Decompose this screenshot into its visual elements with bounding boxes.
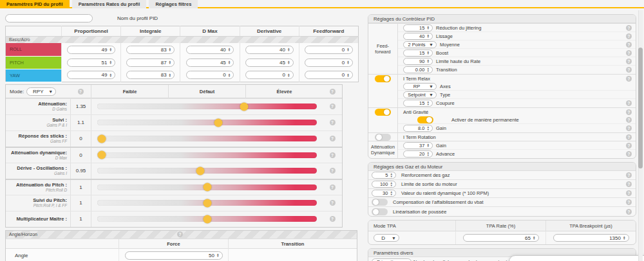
help-icon[interactable] xyxy=(626,151,632,157)
help-icon[interactable] xyxy=(330,89,336,94)
slider-knob[interactable] xyxy=(203,183,211,192)
profile-name-input[interactable] xyxy=(8,15,90,21)
help-icon[interactable] xyxy=(330,152,336,158)
slider-knob[interactable] xyxy=(203,199,211,207)
help-icon[interactable] xyxy=(626,209,632,215)
thrust-linear-toggle[interactable] xyxy=(372,208,388,215)
stepper-arrows-icon[interactable] xyxy=(228,60,231,64)
slider-knob[interactable] xyxy=(214,118,222,127)
help-icon[interactable] xyxy=(626,109,632,115)
stepper-arrows-icon[interactable] xyxy=(169,60,172,64)
ff-transition-stepper[interactable]: 0.00 xyxy=(403,66,433,73)
pitch-dmax-stepper[interactable]: 45 xyxy=(186,59,234,67)
roll-ff-stepper[interactable]: 0 xyxy=(305,46,353,54)
tab-rates-profile[interactable]: Paramètres Rates du profil xyxy=(72,0,146,8)
stepper-arrows-icon[interactable] xyxy=(426,101,430,105)
dynamic-idle-stepper[interactable]: 30 xyxy=(372,190,396,197)
stepper-arrows-icon[interactable] xyxy=(390,173,393,177)
slider-knob[interactable] xyxy=(97,151,106,159)
tpa-mode-select[interactable]: D xyxy=(374,234,399,242)
iterm-relax-type-select[interactable]: Setpoint xyxy=(403,91,437,98)
stepper-arrows-icon[interactable] xyxy=(426,26,430,30)
ff-boost-stepper[interactable]: 15 xyxy=(403,50,433,57)
help-icon[interactable] xyxy=(330,168,336,174)
stepper-arrows-icon[interactable] xyxy=(216,253,220,257)
dyn-damp-gain-stepper[interactable]: 37 xyxy=(403,142,433,149)
help-icon[interactable] xyxy=(330,184,336,190)
stepper-arrows-icon[interactable] xyxy=(287,60,290,64)
slider-knob[interactable] xyxy=(240,102,249,111)
throttle-boost-stepper[interactable]: 5 xyxy=(372,172,396,179)
stepper-arrows-icon[interactable] xyxy=(228,73,231,77)
help-icon[interactable] xyxy=(330,104,336,109)
help-icon[interactable] xyxy=(626,76,632,82)
help-icon[interactable] xyxy=(626,67,632,73)
yaw-ff-stepper[interactable]: 0 xyxy=(305,71,353,79)
slider-track[interactable] xyxy=(97,104,317,109)
scrollbar-track[interactable] xyxy=(638,10,643,261)
stepper-arrows-icon[interactable] xyxy=(109,48,112,51)
pitch-p-stepper[interactable]: 51 xyxy=(67,59,115,67)
iterm-rotation-toggle[interactable] xyxy=(375,134,391,141)
slider-track[interactable] xyxy=(97,184,317,190)
slider-track[interactable] xyxy=(97,120,317,125)
help-icon[interactable] xyxy=(626,199,632,205)
cell-count-select[interactable]: Désactiver xyxy=(372,258,412,261)
stepper-arrows-icon[interactable] xyxy=(346,48,350,51)
yaw-i-stepper[interactable]: 83 xyxy=(126,71,175,79)
ff-smoothing-stepper[interactable]: 40 xyxy=(403,33,433,40)
stepper-arrows-icon[interactable] xyxy=(109,60,112,64)
stepper-arrows-icon[interactable] xyxy=(169,73,172,77)
stepper-arrows-icon[interactable] xyxy=(533,236,536,240)
help-icon[interactable] xyxy=(626,134,632,140)
roll-i-stepper[interactable]: 83 xyxy=(126,46,175,54)
yaw-dmax-stepper[interactable]: 0 xyxy=(186,71,234,79)
ff-max-rate-stepper[interactable]: 90 xyxy=(403,58,433,65)
roll-p-stepper[interactable]: 49 xyxy=(67,46,115,54)
help-icon[interactable] xyxy=(78,89,84,94)
stepper-arrows-icon[interactable] xyxy=(228,48,231,51)
pitch-ff-stepper[interactable]: 0 xyxy=(305,59,353,67)
motor-output-limit-stepper[interactable]: 100 xyxy=(372,181,396,188)
stepper-arrows-icon[interactable] xyxy=(346,73,350,77)
stepper-arrows-icon[interactable] xyxy=(426,143,430,147)
slider-track[interactable] xyxy=(97,168,317,174)
stepper-arrows-icon[interactable] xyxy=(287,48,290,51)
roll-dmax-stepper[interactable]: 40 xyxy=(186,46,234,54)
help-icon[interactable] xyxy=(330,136,336,141)
slider-track[interactable] xyxy=(97,216,317,222)
help-icon[interactable] xyxy=(626,117,632,123)
stepper-arrows-icon[interactable] xyxy=(426,34,430,38)
scrollbar-thumb[interactable] xyxy=(638,48,643,168)
slider-knob[interactable] xyxy=(97,134,106,143)
stepper-arrows-icon[interactable] xyxy=(169,48,172,51)
slider-track[interactable] xyxy=(97,136,317,141)
slider-track[interactable] xyxy=(97,152,317,158)
stepper-arrows-icon[interactable] xyxy=(390,191,393,195)
slider-knob[interactable] xyxy=(203,215,211,223)
anti-gravity-permanent-toggle[interactable] xyxy=(417,116,433,123)
help-icon[interactable] xyxy=(626,190,632,196)
help-icon[interactable] xyxy=(626,181,632,187)
angle-strength-stepper[interactable]: 50 xyxy=(125,251,223,260)
roll-d-stepper[interactable]: 40 xyxy=(245,46,294,54)
mode-select[interactable]: RPY xyxy=(26,87,56,96)
help-icon[interactable] xyxy=(626,25,632,31)
yaw-p-stepper[interactable]: 49 xyxy=(67,71,115,79)
help-icon[interactable] xyxy=(330,200,336,206)
help-icon[interactable] xyxy=(626,59,632,64)
iterm-relax-axes-select[interactable]: RP xyxy=(403,83,437,90)
vbat-sag-toggle[interactable] xyxy=(372,199,388,206)
ff-averaging-select[interactable]: 2 Points xyxy=(403,41,437,48)
help-icon[interactable] xyxy=(330,120,336,125)
pitch-i-stepper[interactable]: 87 xyxy=(126,59,175,67)
help-icon[interactable] xyxy=(626,42,632,48)
stepper-arrows-icon[interactable] xyxy=(426,152,430,156)
stepper-arrows-icon[interactable] xyxy=(346,60,350,64)
iterm-relax-toggle[interactable] xyxy=(375,75,391,82)
anti-gravity-gain-stepper[interactable]: 8.0 xyxy=(403,125,433,132)
stepper-arrows-icon[interactable] xyxy=(287,73,290,77)
iterm-relax-cutoff-stepper[interactable]: 15 xyxy=(403,100,433,107)
slider-knob[interactable] xyxy=(196,166,205,175)
help-icon[interactable] xyxy=(626,100,632,106)
